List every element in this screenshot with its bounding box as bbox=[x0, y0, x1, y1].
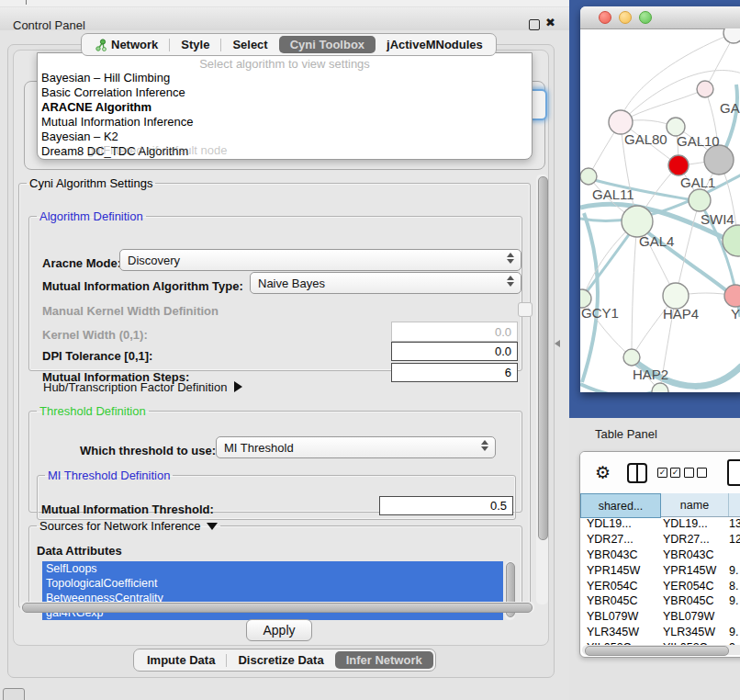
sources-title-label: Sources for Network Inference bbox=[39, 519, 201, 533]
hub-definition-toggle[interactable]: Hub/Transcription Factor Definition bbox=[43, 380, 242, 394]
network-node-label: SWI4 bbox=[701, 211, 734, 227]
kernel-width-field[interactable]: 0.0 bbox=[391, 322, 518, 342]
network-node[interactable] bbox=[668, 155, 689, 175]
column-header-shared-name[interactable]: shared... bbox=[580, 493, 661, 518]
tab-network[interactable]: Network bbox=[84, 36, 169, 53]
zoom-window-icon[interactable] bbox=[639, 11, 652, 24]
tab-impute-data[interactable]: Impute Data bbox=[136, 651, 226, 669]
table-cell[interactable]: 9. bbox=[726, 626, 740, 638]
tab-select[interactable]: Select bbox=[221, 36, 278, 53]
close-window-icon[interactable] bbox=[599, 11, 611, 24]
mi-steps-field[interactable]: 6 bbox=[391, 363, 518, 382]
table-cell[interactable]: YLR345W bbox=[659, 626, 726, 638]
sources-title[interactable]: Sources for Network Inference bbox=[37, 519, 220, 533]
table-cell[interactable]: YDL19... bbox=[659, 517, 726, 530]
algorithm-option[interactable]: ARACNE Algorithm bbox=[38, 100, 532, 115]
network-node[interactable] bbox=[580, 168, 597, 185]
table-body[interactable]: YDL19...YDL19...13YDR27...YDR27...12YBR0… bbox=[580, 516, 740, 646]
gear-icon[interactable]: ⚙ bbox=[595, 462, 611, 482]
table-row[interactable]: YPR145WYPR145W9. bbox=[580, 562, 740, 578]
table-row[interactable]: YBR043CYBR043C bbox=[580, 548, 740, 563]
minimize-window-icon[interactable] bbox=[619, 11, 632, 24]
network-node[interactable] bbox=[704, 145, 734, 175]
table-row[interactable]: YBR045CYBR045C9. bbox=[580, 593, 740, 609]
table-cell[interactable]: YLR345W bbox=[580, 626, 659, 638]
table-row[interactable]: YBL079WYBL079W bbox=[580, 609, 740, 625]
minimized-panel-icon[interactable] bbox=[3, 688, 25, 700]
table-cell[interactable]: YDR27... bbox=[580, 533, 659, 546]
table-cell[interactable]: YER054C bbox=[659, 580, 726, 593]
table-cell[interactable]: 8. bbox=[726, 580, 740, 593]
combo-stepper-icon bbox=[481, 440, 488, 451]
apply-button[interactable]: Apply bbox=[246, 619, 312, 641]
manual-kernel-width-checkbox[interactable] bbox=[518, 302, 533, 317]
algorithm-option[interactable]: Basic Correlation Inference bbox=[38, 85, 532, 100]
bottom-tabbar: Impute Data Discretize Data Infer Networ… bbox=[133, 649, 436, 672]
algorithm-option[interactable]: Mutual Information Inference bbox=[38, 115, 532, 130]
table-row[interactable]: YDL19...YDL19...13 bbox=[580, 516, 740, 532]
network-node-label: GAL bbox=[720, 100, 740, 116]
select-all-checkbox-icon[interactable]: ✓ bbox=[657, 468, 667, 478]
algorithm-definition-group: Algorithm Definition Aracne Mode: Discov… bbox=[28, 209, 522, 371]
table-cell[interactable]: YPR145W bbox=[580, 564, 659, 577]
network-window-titlebar[interactable] bbox=[580, 6, 740, 29]
which-threshold-value: MI Threshold bbox=[224, 441, 294, 455]
algorithm-option[interactable]: Bayesian – Hill Climbing bbox=[38, 71, 532, 85]
table-cell[interactable]: YBL079W bbox=[659, 610, 726, 623]
network-node[interactable] bbox=[723, 28, 740, 43]
mi-threshold-field[interactable]: 0.5 bbox=[379, 496, 513, 515]
deselect-all-checkbox-icon[interactable] bbox=[697, 468, 707, 478]
network-node[interactable] bbox=[663, 283, 689, 309]
table-horizontal-scrollbar[interactable] bbox=[582, 645, 740, 655]
table-cell[interactable]: 13 bbox=[726, 517, 740, 530]
tab-cyni-toolbox[interactable]: Cyni Toolbox bbox=[279, 36, 376, 53]
tab-infer-network[interactable]: Infer Network bbox=[335, 651, 433, 669]
settings-vertical-scrollbar[interactable] bbox=[536, 175, 548, 604]
table-cell[interactable]: YBL079W bbox=[580, 610, 659, 623]
network-node[interactable] bbox=[724, 285, 740, 307]
network-node[interactable] bbox=[622, 206, 653, 237]
network-node[interactable] bbox=[697, 81, 713, 97]
algorithm-option[interactable]: Bayesian – K2 bbox=[38, 130, 532, 144]
select-all-checkbox-icon[interactable]: ✓ bbox=[670, 468, 680, 478]
settings-horizontal-scrollbar[interactable] bbox=[20, 602, 534, 613]
column-header-name[interactable]: name bbox=[661, 493, 729, 516]
function-builder-icon[interactable] bbox=[727, 459, 740, 486]
network-edge bbox=[705, 37, 734, 89]
tab-style[interactable]: Style bbox=[170, 36, 220, 53]
table-row[interactable]: YDR27...YDR27...12 bbox=[580, 532, 740, 548]
tab-jactivemnodules-label: jActiveMNodules bbox=[387, 38, 483, 51]
float-panel-icon[interactable] bbox=[529, 19, 540, 30]
table-cell[interactable]: YBR045C bbox=[580, 594, 659, 607]
table-row[interactable]: YLR345WYLR345W9. bbox=[580, 625, 740, 640]
splitter-collapse-icon[interactable] bbox=[555, 340, 560, 347]
network-edge bbox=[621, 89, 705, 122]
table-cell[interactable]: YBR045C bbox=[659, 594, 726, 607]
network-canvas[interactable]: GALGAL80GAL10GAL1GAL11SWI4GAL4GCY1HAP4YH… bbox=[580, 28, 740, 392]
deselect-all-checkbox-icon[interactable] bbox=[684, 468, 694, 478]
tab-jactivemnodules[interactable]: jActiveMNodules bbox=[376, 36, 494, 53]
table-cell[interactable]: 9. bbox=[726, 564, 740, 577]
data-attribute-option[interactable]: SelfLoops bbox=[42, 561, 503, 576]
table-cell[interactable]: YDL19... bbox=[580, 517, 659, 530]
table-cell[interactable]: YDR27... bbox=[659, 533, 726, 546]
mi-algorithm-type-combobox[interactable]: Naive Bayes bbox=[250, 272, 521, 294]
which-threshold-combobox[interactable]: MI Threshold bbox=[216, 436, 496, 458]
aracne-mode-combobox[interactable]: Discovery bbox=[119, 249, 521, 271]
table-cell[interactable]: YPR145W bbox=[659, 564, 726, 577]
table-cell[interactable]: 9. bbox=[726, 594, 740, 607]
network-node[interactable] bbox=[623, 349, 640, 366]
network-node[interactable] bbox=[689, 189, 711, 211]
combo-stepper-icon bbox=[507, 276, 514, 287]
columns-icon[interactable] bbox=[627, 463, 647, 483]
table-cell[interactable]: YBR043C bbox=[659, 548, 726, 561]
table-cell[interactable]: YBR043C bbox=[580, 548, 659, 561]
tab-discretize-data[interactable]: Discretize Data bbox=[227, 651, 334, 669]
close-panel-icon[interactable]: ✖ bbox=[545, 16, 555, 29]
table-cell[interactable]: YER054C bbox=[580, 580, 659, 593]
column-header-partial[interactable] bbox=[729, 493, 740, 516]
table-row[interactable]: YER054CYER054C8. bbox=[580, 578, 740, 593]
dpi-tolerance-field[interactable]: 0.0 bbox=[391, 342, 518, 361]
table-cell[interactable]: 12 bbox=[726, 533, 740, 546]
data-attribute-option[interactable]: TopologicalCoefficient bbox=[42, 576, 503, 591]
